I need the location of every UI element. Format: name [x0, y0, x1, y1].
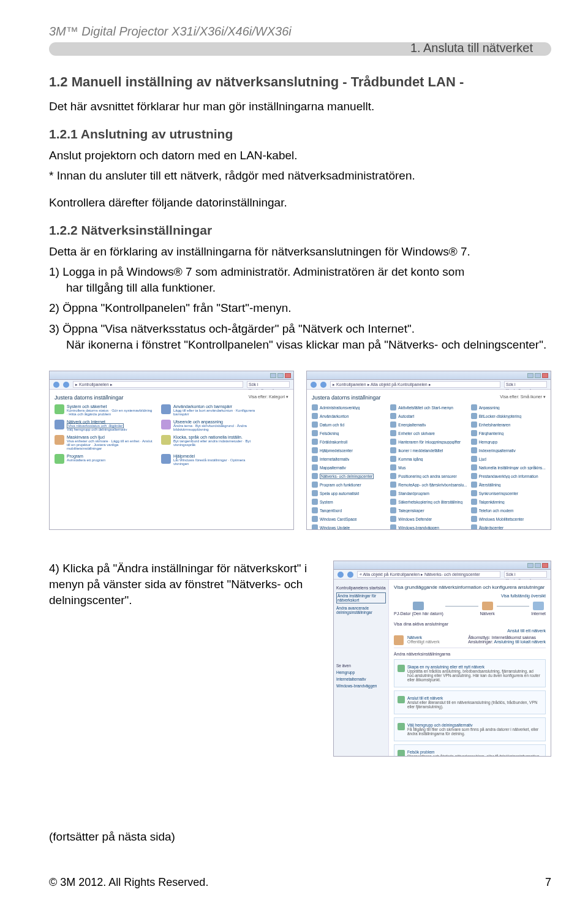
heading-1-2-2: 1.2.2 Nätverksinställningar [49, 223, 551, 238]
s121-p1: Anslut projektorn och datorn med en LAN-… [49, 148, 551, 164]
page-number: 7 [545, 876, 551, 889]
s122-intro: Detta är en förklaring av inställningarn… [49, 244, 551, 260]
screenshots-row: ▸ Kontrollpanelen ▸ Sök i Kontrollpanele… [49, 371, 551, 530]
screenshot-controlpanel-icons: ▸ Kontrollpanelen ▸ Alla objekt på Kontr… [306, 371, 551, 530]
step-3: 3) Öppna "Visa nätverksstatus och-åtgärd… [49, 321, 551, 352]
chapter-bar: 1. Ansluta till nätverket [49, 42, 551, 63]
step-4: 4) Klicka på "Ändra inställningar för nä… [49, 561, 318, 757]
page-footer: © 3M 2012. All Rights Reserved. 7 [49, 876, 551, 889]
product-title: 3M™ Digital Projector X31i/X36i/X46i/WX3… [49, 25, 551, 39]
s121-p3: Kontrollera därefter följande datorinstä… [49, 195, 551, 211]
step-1: 1) Logga in på Windows® 7 som administra… [49, 264, 551, 295]
step4-row: 4) Klicka på "Ändra inställningar för nä… [49, 561, 551, 757]
s12-intro: Det här avsnittet förklarar hur man gör … [49, 99, 551, 115]
heading-1-2: 1.2 Manuell inställning av nätverksanslu… [49, 74, 551, 90]
step-2: 2) Öppna "Kontrollpanelen" från "Start"-… [49, 300, 551, 316]
continues-note: (fortsätter på nästa sida) [49, 830, 175, 844]
s121-p2: * Innan du ansluter till ett nätverk, rå… [49, 168, 551, 184]
copyright: © 3M 2012. All Rights Reserved. [49, 876, 208, 889]
screenshot-network-sharing: « Alla objekt på Kontrollpanelen ▸ Nätve… [333, 561, 551, 757]
heading-1-2-1: 1.2.1 Anslutning av utrustning [49, 127, 551, 142]
chapter-label: 1. Ansluta till nätverket [410, 41, 533, 55]
screenshot-controlpanel-category: ▸ Kontrollpanelen ▸ Sök i Kontrollpanele… [49, 371, 294, 530]
